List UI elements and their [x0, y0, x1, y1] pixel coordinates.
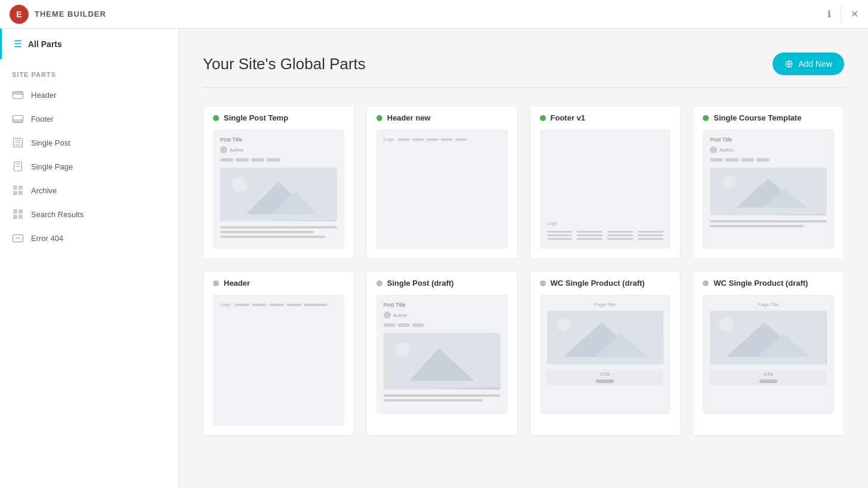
footer-line — [638, 231, 663, 233]
sidebar-all-parts[interactable]: ☰ All Parts — [0, 29, 178, 59]
card-title: Single Post Temp — [224, 113, 288, 122]
nav3 — [269, 304, 284, 306]
preview-cta: CTA — [547, 369, 664, 385]
sidebar-label-error-404: Error 404 — [31, 234, 63, 243]
card-title: Footer v1 — [551, 113, 586, 122]
preview-author: Author — [384, 311, 501, 319]
sidebar-label-footer: Footer — [31, 115, 54, 123]
card-footer-v1[interactable]: Footer v1 Logo — [530, 106, 681, 259]
preview-header-bar: Logo — [220, 302, 337, 307]
tag3 — [251, 158, 264, 162]
card-preview: Post Title Author — [376, 295, 508, 414]
sidebar-item-search-results[interactable]: Search Results — [0, 202, 178, 226]
footer-line — [638, 238, 663, 240]
preview-post-title: Post Title — [710, 137, 827, 143]
nav2 — [412, 138, 424, 141]
card-title: WC Single Product (draft) — [551, 279, 645, 288]
card-single-post-draft[interactable]: Single Post (draft) Post Title Author — [366, 271, 518, 436]
sidebar-item-archive[interactable]: Archive — [0, 178, 178, 202]
nav4 — [286, 304, 301, 306]
preview-header-bar: Logo — [384, 137, 501, 142]
cta-label: CTA — [601, 372, 610, 377]
card-header-new[interactable]: Header new Logo — [366, 106, 518, 259]
preview-tags — [710, 158, 827, 162]
card-wc-product-2[interactable]: WC Single Product (draft) Page Title CTA — [693, 271, 844, 436]
preview-avatar — [710, 146, 717, 153]
line1 — [384, 394, 501, 397]
sidebar-item-footer[interactable]: Footer — [0, 107, 178, 131]
line1 — [710, 220, 827, 223]
footer-col-3 — [607, 231, 633, 242]
sidebar-item-error-404[interactable]: 404 Error 404 — [0, 226, 178, 250]
preview-author-name: Author — [393, 313, 407, 318]
archive-icon — [12, 184, 24, 196]
sidebar-item-single-page[interactable]: Single Page — [0, 155, 178, 178]
footer-line — [638, 234, 663, 236]
tag4 — [756, 158, 770, 162]
card-header: WC Single Product (draft) — [693, 271, 844, 295]
search-results-icon — [12, 208, 24, 220]
card-title: Single Course Template — [713, 113, 801, 122]
sidebar-item-single-post[interactable]: Single Post — [0, 131, 178, 155]
card-header: Single Post (draft) — [367, 271, 517, 295]
topbar-title: THEME BUILDER — [35, 10, 106, 18]
cards-grid: Single Post Temp Post Title Author — [203, 106, 844, 436]
footer-line — [577, 231, 603, 233]
card-header-draft[interactable]: Header Logo — [203, 271, 354, 436]
preview-footer-logo: Logo — [547, 221, 664, 226]
cta-button — [596, 379, 614, 383]
preview-page-title: Page Title — [710, 302, 827, 307]
svg-point-7 — [723, 175, 736, 189]
card-title: Header new — [387, 113, 431, 122]
nav5 — [455, 138, 467, 141]
footer-line — [547, 231, 573, 233]
preview-lines — [710, 220, 827, 227]
nav2 — [252, 304, 267, 306]
cta-label: CTA — [764, 372, 773, 377]
preview-tags — [384, 323, 501, 327]
info-icon[interactable]: ℹ — [827, 8, 831, 20]
sidebar-label-search-results: Search Results — [31, 210, 84, 219]
single-page-icon — [12, 160, 24, 172]
card-preview: Logo — [213, 295, 344, 426]
sidebar-all-parts-label: All Parts — [28, 39, 62, 49]
tag3 — [741, 158, 754, 162]
tag1 — [710, 158, 723, 162]
footer-line — [607, 234, 633, 236]
footer-line — [577, 234, 603, 236]
preview-avatar — [220, 146, 227, 153]
add-new-button[interactable]: ⊕ Add New — [773, 52, 844, 75]
preview-lines — [220, 226, 337, 238]
card-header: Header — [203, 271, 354, 295]
footer-line — [577, 238, 603, 240]
nav4 — [441, 138, 453, 141]
sidebar: ☰ All Parts SITE PARTS Header Footer — [0, 29, 179, 488]
preview-post-title: Post Title — [384, 302, 501, 308]
card-single-course[interactable]: Single Course Template Post Title Author — [693, 106, 844, 259]
nav3 — [427, 138, 438, 141]
tag1 — [220, 158, 233, 162]
card-single-post-temp[interactable]: Single Post Temp Post Title Author — [203, 106, 354, 259]
card-wc-product-1[interactable]: WC Single Product (draft) Page Title CTA — [530, 271, 681, 436]
preview-image — [710, 168, 827, 215]
preview-cta: CTA — [710, 369, 827, 385]
plus-icon: ⊕ — [784, 57, 793, 70]
tag4 — [267, 158, 280, 162]
footer-line — [607, 231, 633, 233]
layout: ☰ All Parts SITE PARTS Header Footer — [0, 29, 868, 488]
preview-tags — [220, 158, 337, 162]
card-title: Header — [224, 279, 250, 288]
preview-author-name: Author — [230, 147, 244, 153]
tag3 — [412, 323, 424, 327]
page-title: Your Site's Global Parts — [203, 55, 366, 73]
svg-point-10 — [396, 342, 410, 357]
card-preview: Logo — [540, 129, 671, 249]
preview-logo: Logo — [384, 137, 394, 142]
preview-page-title: Page Title — [547, 302, 664, 307]
footer-col-1 — [547, 231, 573, 242]
card-title: WC Single Product (draft) — [713, 279, 808, 288]
close-icon[interactable]: ✕ — [851, 8, 858, 20]
svg-point-3 — [232, 177, 248, 193]
line2 — [384, 399, 483, 401]
sidebar-item-header[interactable]: Header — [0, 83, 178, 107]
